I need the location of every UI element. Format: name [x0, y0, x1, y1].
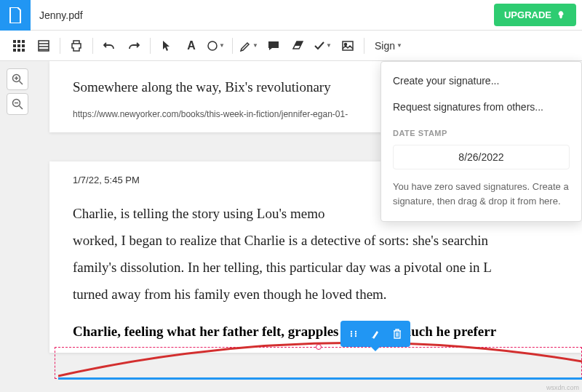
caret-down-icon: ▼ [252, 42, 258, 49]
create-signature-item[interactable]: Create your signature... [381, 68, 581, 94]
rocket-icon [556, 10, 566, 20]
page2-timestamp: 1/7/22, 5:45 PM [73, 175, 140, 185]
caret-down-icon: ▼ [396, 42, 402, 49]
svg-rect-7 [17, 49, 20, 52]
zoom-controls [0, 61, 35, 392]
svg-line-21 [20, 106, 23, 110]
annotation-floating-toolbar [340, 321, 410, 347]
caret-down-icon: ▼ [219, 42, 225, 49]
highlight-tool-button[interactable]: ▼ [237, 34, 260, 57]
svg-point-27 [351, 333, 352, 335]
upgrade-label: UPGRADE [504, 9, 551, 20]
image-tool-button[interactable] [336, 34, 359, 57]
zoom-in-button[interactable] [7, 68, 28, 90]
caret-down-icon: ▼ [326, 42, 332, 49]
sign-label: Sign [375, 40, 395, 52]
svg-point-24 [355, 331, 356, 332]
app-header: Jenny.pdf UPGRADE [0, 0, 582, 31]
grid-view-button[interactable] [7, 34, 31, 57]
check-tool-button[interactable]: ▼ [311, 34, 335, 57]
watermark: wsxdn.com [546, 384, 579, 391]
shape-tool-button[interactable]: ▼ [204, 34, 228, 57]
signature-note: You have zero saved signatures. Create a… [381, 177, 581, 215]
svg-rect-2 [22, 40, 25, 43]
svg-rect-14 [343, 41, 353, 50]
date-stamp-value[interactable]: 8/26/2022 [393, 145, 570, 169]
eraser-tool-button[interactable] [287, 34, 310, 57]
redo-button[interactable] [122, 34, 146, 57]
svg-point-13 [208, 41, 217, 50]
request-signatures-item[interactable]: Request signatures from others... [381, 94, 581, 120]
filename-label: Jenny.pdf [39, 9, 83, 21]
svg-rect-8 [22, 49, 25, 52]
svg-point-26 [355, 335, 356, 337]
blue-underline-annotation [58, 377, 582, 380]
sign-dropdown-menu: Create your signature... Request signatu… [380, 61, 582, 222]
panel-view-button[interactable] [32, 34, 55, 57]
main-toolbar: A ▼ ▼ ▼ Sign▼ [0, 31, 582, 61]
style-button[interactable] [365, 325, 386, 343]
svg-rect-3 [13, 44, 16, 47]
delete-button[interactable] [387, 325, 407, 343]
sign-button[interactable]: Sign▼ [369, 34, 408, 57]
comment-tool-button[interactable] [262, 34, 285, 57]
svg-point-28 [355, 333, 356, 335]
date-stamp-header: DATE STAMP [381, 120, 581, 142]
svg-point-23 [351, 331, 352, 332]
svg-rect-4 [17, 44, 20, 47]
undo-button[interactable] [97, 34, 121, 57]
svg-rect-5 [22, 44, 25, 47]
svg-point-25 [351, 335, 352, 337]
svg-rect-6 [13, 49, 16, 52]
svg-rect-0 [13, 40, 16, 43]
text-tool-button[interactable]: A [180, 34, 203, 57]
svg-line-17 [20, 81, 23, 85]
drag-handle-button[interactable] [343, 325, 364, 343]
select-tool-button[interactable] [155, 34, 178, 57]
app-logo[interactable] [0, 0, 31, 31]
upgrade-button[interactable]: UPGRADE [494, 4, 576, 26]
print-button[interactable] [65, 34, 88, 57]
zoom-out-button[interactable] [7, 93, 28, 115]
svg-rect-1 [17, 40, 20, 43]
page2-bold-line: Charlie, feeling what her father felt, g… [73, 324, 582, 340]
